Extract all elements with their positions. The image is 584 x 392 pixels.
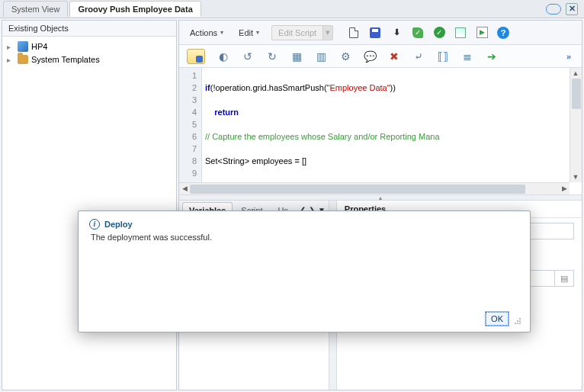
edit-menu[interactable]: Edit ▾	[236, 26, 262, 40]
kw: if	[205, 83, 210, 92]
line-no: 7	[179, 143, 197, 155]
line-no: 3	[179, 94, 197, 106]
comment-icon[interactable]: 💬	[364, 50, 376, 63]
tree-label: System Templates	[31, 55, 100, 64]
new-page-icon[interactable]	[347, 26, 361, 40]
caret-down-icon: ▾	[220, 29, 223, 36]
tree-item-hp4[interactable]: ▸ HP4	[7, 40, 172, 53]
validate-flag-icon[interactable]: ✓	[411, 26, 425, 40]
code-area[interactable]: if(!operation.grid.hasSmartPush("Employe…	[202, 68, 582, 182]
primary-toolbar: Actions ▾ Edit ▾ Edit Script ▾ ⬇ ✓ ✓ ▶ ?	[179, 21, 582, 45]
main-panel: Actions ▾ Edit ▾ Edit Script ▾ ⬇ ✓ ✓ ▶ ?	[178, 20, 582, 390]
tool-icon-4[interactable]: ▦	[290, 50, 303, 63]
caret-down-icon: ▾	[256, 29, 259, 36]
tab-system-view[interactable]: System View	[3, 1, 68, 17]
brackets-icon[interactable]: ⟦⟧	[437, 50, 449, 63]
code-editor[interactable]: 1 2 3 4 5 6 7 8 9 if(!operation.grid.has…	[179, 68, 582, 182]
cube-icon	[18, 41, 28, 52]
str: "Employee Data"	[327, 83, 390, 92]
line-no: 4	[179, 106, 197, 118]
tool-icon-5[interactable]: ▥	[315, 50, 327, 63]
tree-label: HP4	[31, 42, 47, 51]
code-text: ))	[390, 83, 396, 92]
edit-script-button: Edit Script ▾	[271, 25, 333, 40]
sidebar: Existing Objects ▸ HP4 ▸ System Template…	[2, 20, 177, 390]
tool-icon-2[interactable]: ↺	[242, 50, 254, 63]
kw: return	[214, 108, 239, 117]
sidebar-header: Existing Objects	[2, 21, 176, 37]
tree-toggle-icon[interactable]: ▸	[7, 43, 14, 51]
vertical-scrollbar[interactable]: ▲ ▼	[570, 68, 582, 182]
dialog-title: Deploy	[104, 220, 133, 229]
deploy-dialog: i Deploy The deployment was successful. …	[78, 210, 531, 333]
line-gutter: 1 2 3 4 5 6 7 8 9	[179, 68, 202, 182]
dialog-message: The deployment was successful.	[89, 233, 519, 242]
edit-script-label: Edit Script	[278, 28, 316, 37]
tree-item-system-templates[interactable]: ▸ System Templates	[7, 53, 172, 66]
overflow-chevron-icon[interactable]: »	[566, 52, 574, 61]
line-no: 2	[179, 82, 197, 94]
tool-icon-1[interactable]: ◐	[217, 50, 229, 63]
tool-icon-6[interactable]: ⚙	[339, 50, 351, 63]
line-no: 8	[179, 155, 197, 167]
line-no: 6	[179, 130, 197, 143]
scroll-right-icon[interactable]: ▶	[559, 183, 570, 194]
folder-icon	[18, 55, 28, 64]
hierarchy-icon[interactable]	[454, 26, 467, 40]
help-icon[interactable]: ?	[496, 26, 510, 40]
actions-label: Actions	[190, 28, 217, 37]
chat-bubble-icon[interactable]	[546, 4, 561, 14]
tree-toggle-icon[interactable]: ▸	[7, 56, 14, 64]
top-tab-bar: System View Groovy Push Employee Data ✕	[0, 0, 584, 18]
script-badge-icon[interactable]	[187, 49, 205, 64]
edit-label: Edit	[239, 28, 253, 37]
horizontal-splitter[interactable]: ▴	[179, 194, 582, 201]
run-icon[interactable]: ▶	[475, 26, 489, 40]
ok-button[interactable]: OK	[486, 312, 509, 326]
remove-comment-icon[interactable]: ✖	[388, 50, 400, 63]
scroll-up-icon[interactable]: ▲	[570, 68, 581, 79]
line-no: 1	[179, 69, 197, 82]
wrap-icon[interactable]: ⤶	[412, 50, 425, 63]
line-no: 9	[179, 167, 197, 179]
download-icon[interactable]: ⬇	[390, 26, 403, 40]
scroll-left-icon[interactable]: ◀	[179, 183, 190, 194]
close-icon[interactable]: ✕	[566, 3, 578, 15]
deploy-icon[interactable]: ✓	[432, 26, 446, 40]
secondary-toolbar: ◐ ↺ ↻ ▦ ▥ ⚙ 💬 ✖ ⤶ ⟦⟧ ≣ ➔ »	[179, 45, 582, 68]
go-icon[interactable]: ➔	[486, 50, 498, 63]
property-expand-icon[interactable]: ▤	[555, 271, 573, 286]
tab-groovy-push[interactable]: Groovy Push Employee Data	[69, 1, 201, 17]
caret-down-icon: ▾	[322, 26, 332, 40]
code-text: Set<String> employees = []	[205, 155, 579, 167]
actions-menu[interactable]: Actions ▾	[187, 26, 226, 40]
save-icon[interactable]	[368, 26, 382, 40]
info-icon: i	[89, 219, 100, 230]
code-text	[205, 108, 214, 117]
comment: // Capture the employees whose Salary an…	[205, 130, 579, 143]
resize-grip-icon[interactable]	[513, 316, 522, 326]
horizontal-scrollbar[interactable]: ◀ ▶	[179, 182, 570, 194]
line-no: 5	[179, 118, 197, 130]
code-text: (!operation.grid.hasSmartPush(	[210, 83, 327, 92]
format-icon[interactable]: ≣	[461, 50, 473, 63]
scroll-down-icon[interactable]: ▼	[570, 172, 581, 182]
tool-icon-3[interactable]: ↻	[266, 50, 278, 63]
